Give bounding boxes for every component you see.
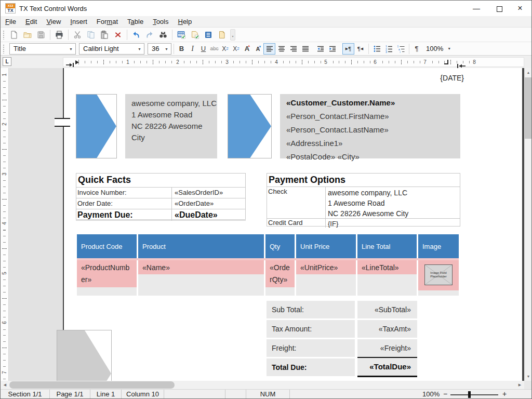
recipient-arrow-cell[interactable] <box>228 94 272 158</box>
italic-button[interactable]: I <box>187 43 198 55</box>
table-cell[interactable]: «Name» <box>138 260 264 296</box>
total-due-field[interactable]: «TotalDue» <box>357 357 417 377</box>
order-date-field[interactable]: «OrderDate» <box>175 198 214 209</box>
subscript-button[interactable]: X2 <box>220 43 231 55</box>
quick-facts-table[interactable]: Quick Facts Invoice Number: «SalesOrderI… <box>76 173 246 220</box>
font-combo[interactable]: Calibri Light▼ <box>79 43 144 55</box>
print-button[interactable] <box>53 29 65 41</box>
tax-amount-field[interactable]: «TaxAmt» <box>357 320 417 338</box>
underline-button[interactable]: U <box>198 43 209 55</box>
vertical-ruler[interactable]: 1 2 3 4 5 6 7 <box>1 68 9 381</box>
insert-report-button[interactable] <box>202 29 215 41</box>
first-name-field[interactable]: «Person_Contact.FirstName» <box>286 110 460 123</box>
find-button[interactable] <box>157 29 169 41</box>
undo-button[interactable] <box>130 29 142 41</box>
blue-arrow-shape[interactable] <box>76 95 116 158</box>
menu-insert[interactable]: Insert <box>65 16 92 27</box>
postal-city-field[interactable]: «PostalCode» «City» <box>286 150 460 164</box>
delete-button[interactable] <box>112 29 124 41</box>
align-left-button[interactable] <box>263 43 275 55</box>
vertical-scroll-thumb[interactable] <box>525 77 532 139</box>
zoom-slider-thumb[interactable] <box>468 391 471 398</box>
order-qty-field[interactable]: «OrderQty» <box>265 260 295 287</box>
insert-table-button[interactable] <box>175 29 188 41</box>
toolbar-grip[interactable] <box>3 44 5 54</box>
customer-name-field[interactable]: «Customer_Customer.Name» <box>286 96 460 110</box>
close-button[interactable]: × <box>509 1 531 16</box>
shrink-font-button[interactable]: A▼ <box>252 43 263 55</box>
left-margin-marker[interactable] <box>55 118 70 127</box>
scroll-down-icon[interactable]: ▼ <box>524 372 532 381</box>
zoom-slider-track[interactable] <box>450 394 498 395</box>
right-to-left-button[interactable]: ¶◀ <box>354 43 366 55</box>
address-line-field[interactable]: «AddressLine1» <box>286 137 460 150</box>
sender-address-block[interactable]: awesome company, LLC 1 Awesome Road NC 2… <box>125 94 217 158</box>
minimize-button[interactable]: — <box>465 1 488 16</box>
freight-field[interactable]: «Freight» <box>357 339 417 357</box>
copy-button[interactable] <box>85 29 97 41</box>
zoom-out-button[interactable]: − <box>443 390 447 398</box>
scroll-left-icon[interactable]: ◀ <box>1 381 9 389</box>
insert-page-button[interactable] <box>216 29 228 41</box>
increase-indent-button[interactable] <box>326 43 338 55</box>
tab-selector-button[interactable]: L <box>3 57 11 66</box>
footer-arrow-cell[interactable] <box>57 330 112 381</box>
redo-button[interactable] <box>143 29 156 41</box>
menu-table[interactable]: Table <box>123 16 148 27</box>
product-table-row[interactable]: «ProductNumber» «Name» «OrderQty» «UnitP… <box>64 260 525 296</box>
align-right-button[interactable] <box>287 43 299 55</box>
left-to-right-button[interactable]: ▶¶ <box>342 43 354 55</box>
justify-button[interactable] <box>299 43 311 55</box>
table-cell[interactable]: «OrderQty» <box>265 260 295 296</box>
horizontal-scrollbar[interactable]: ◀ ▶ <box>1 381 524 389</box>
new-document-button[interactable] <box>8 29 20 41</box>
numbered-list-button[interactable]: 123 <box>383 43 395 55</box>
scroll-up-icon[interactable]: ▲ <box>524 68 532 77</box>
toolbar-overflow-handle[interactable]: ▾ <box>230 29 235 41</box>
horizontal-ruler[interactable]: 1 2 3 4 5 6 7 8 <box>63 57 524 67</box>
style-combo[interactable]: Title▼ <box>9 43 76 55</box>
horizontal-scroll-thumb[interactable] <box>9 381 175 389</box>
image-field-placeholder[interactable]: Image Field Placeholder <box>424 264 453 285</box>
zoom-in-button[interactable]: + <box>502 390 507 398</box>
table-cell[interactable]: «ProductNumber» <box>77 260 137 296</box>
zoom-combo[interactable]: 100%▼ <box>426 45 451 52</box>
menu-help[interactable]: Help <box>174 16 197 27</box>
payment-options-table[interactable]: Payment Options Check awesome company, L… <box>267 173 460 227</box>
insert-image-button[interactable] <box>189 29 201 41</box>
multilevel-list-button[interactable]: 1ai <box>395 43 407 55</box>
open-button[interactable] <box>21 29 34 41</box>
menu-edit[interactable]: Edit <box>21 16 42 27</box>
right-margin-corner-marker[interactable] <box>444 60 448 64</box>
name-field[interactable]: «Name» <box>138 260 264 274</box>
save-button[interactable] <box>35 29 47 41</box>
bold-button[interactable]: B <box>176 43 187 55</box>
cut-button[interactable] <box>71 29 84 41</box>
line-total-field[interactable]: «LineTotal» <box>357 260 417 274</box>
last-name-field[interactable]: «Person_Contact.LastName» <box>286 123 460 137</box>
due-date-field[interactable]: «DueDate» <box>175 209 218 220</box>
product-number-field[interactable]: «ProductNumber» <box>77 260 137 287</box>
menu-view[interactable]: View <box>42 16 65 27</box>
show-paragraph-marks-button[interactable]: ¶ <box>411 45 422 52</box>
vertical-scrollbar[interactable]: ▲ ▼ <box>524 68 532 381</box>
if-field[interactable]: {IF} <box>328 219 338 229</box>
blue-arrow-shape[interactable] <box>228 95 271 158</box>
strikethrough-button[interactable]: abc <box>209 43 220 55</box>
recipient-address-block[interactable]: «Customer_Customer.Name» «Person_Contact… <box>280 94 460 158</box>
date-merge-field[interactable]: {DATE} <box>440 74 464 82</box>
table-cell[interactable]: «LineTotal» <box>357 260 417 296</box>
font-size-combo[interactable]: 36▼ <box>148 43 171 55</box>
align-center-button[interactable] <box>275 43 287 55</box>
bullet-list-button[interactable] <box>371 43 383 55</box>
superscript-button[interactable]: X2 <box>231 43 242 55</box>
table-cell[interactable]: Image Field Placeholder <box>418 260 459 296</box>
table-cell[interactable]: «UnitPrice» <box>296 260 356 296</box>
scroll-right-icon[interactable]: ▶ <box>515 381 524 389</box>
menu-file[interactable]: File <box>1 16 21 27</box>
sub-total-field[interactable]: «SubTotal» <box>357 301 417 318</box>
toolbar-grip[interactable] <box>3 30 5 39</box>
first-line-indent-marker[interactable] <box>75 60 79 64</box>
unit-price-field[interactable]: «UnitPrice» <box>296 260 356 274</box>
decrease-indent-button[interactable] <box>314 43 326 55</box>
